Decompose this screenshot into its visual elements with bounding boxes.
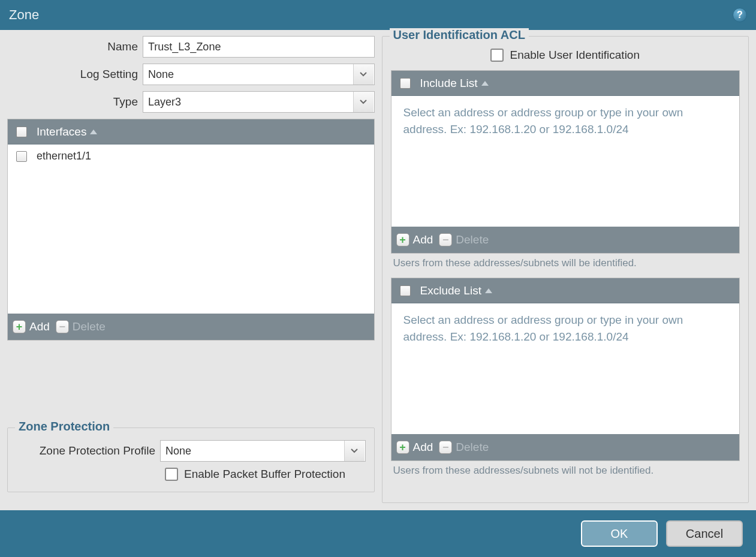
chevron-down-icon <box>353 92 374 112</box>
zone-protection-profile-select[interactable]: None <box>160 440 366 462</box>
enable-pbp-checkbox[interactable] <box>165 468 178 481</box>
left-column: Name Log Setting None Type Layer3 <box>7 36 375 510</box>
enable-pbp-label: Enable Packet Buffer Protection <box>184 468 345 481</box>
plus-icon <box>13 320 26 333</box>
exclude-selectall-checkbox[interactable] <box>400 285 411 296</box>
minus-icon <box>56 320 69 333</box>
button-bar: OK Cancel <box>0 510 756 557</box>
log-setting-row: Log Setting None <box>7 64 375 85</box>
dialog-title: Zone <box>9 7 39 23</box>
help-icon[interactable]: ? <box>733 8 747 22</box>
name-label: Name <box>7 40 138 53</box>
enable-user-id-row: Enable User Identification <box>391 49 740 62</box>
cancel-button[interactable]: Cancel <box>666 520 743 547</box>
include-add-button[interactable]: Add <box>396 233 433 246</box>
sort-up-icon <box>481 81 489 86</box>
minus-icon <box>439 233 452 246</box>
type-select[interactable]: Layer3 <box>143 91 375 113</box>
enable-pbp-row: Enable Packet Buffer Protection <box>165 468 366 481</box>
table-row[interactable]: ethernet1/1 <box>8 144 374 168</box>
type-row: Type Layer3 <box>7 91 375 113</box>
log-setting-value: None <box>148 68 174 81</box>
exclude-add-button[interactable]: Add <box>396 441 433 454</box>
titlebar: Zone ? <box>0 0 756 30</box>
zone-protection-profile-label: Zone Protection Profile <box>16 444 155 457</box>
interfaces-header-label: Interfaces <box>37 125 86 139</box>
interfaces-add-button[interactable]: Add <box>13 320 50 333</box>
exclude-placeholder: Select an address or address group or ty… <box>391 303 740 353</box>
include-list-header[interactable]: Include List <box>391 71 740 96</box>
enable-user-id-label: Enable User Identification <box>510 49 640 62</box>
exclude-list-header-label: Exclude List <box>420 284 481 297</box>
dialog-content: Name Log Setting None Type Layer3 <box>0 30 756 510</box>
include-list-footer: Add Delete <box>391 227 740 253</box>
user-id-acl-fieldset: User Identification ACL Enable User Iden… <box>382 36 749 503</box>
name-row: Name <box>7 36 375 58</box>
zone-protection-profile-row: Zone Protection Profile None <box>16 440 366 462</box>
exclude-list-grid: Exclude List Select an address or addres… <box>391 278 740 461</box>
interfaces-body: ethernet1/1 <box>8 144 374 314</box>
exclude-list-header[interactable]: Exclude List <box>391 278 740 303</box>
interfaces-header[interactable]: Interfaces <box>8 119 374 144</box>
exclude-list-body: Select an address or address group or ty… <box>391 303 740 434</box>
plus-icon <box>396 233 409 246</box>
include-selectall-checkbox[interactable] <box>400 78 411 89</box>
sort-up-icon <box>485 288 492 293</box>
ok-button[interactable]: OK <box>581 520 658 547</box>
zone-protection-fieldset: Zone Protection Zone Protection Profile … <box>7 427 375 492</box>
log-setting-select[interactable]: None <box>143 64 375 85</box>
include-delete-button[interactable]: Delete <box>439 233 489 246</box>
include-list-header-label: Include List <box>420 77 478 90</box>
interface-name: ethernet1/1 <box>35 150 91 162</box>
zone-dialog: Zone ? Name Log Setting None Type <box>0 0 756 557</box>
zone-protection-profile-value: None <box>165 445 191 457</box>
exclude-hint: Users from these addresses/subnets will … <box>393 465 740 477</box>
chevron-down-icon <box>344 441 365 461</box>
exclude-delete-button[interactable]: Delete <box>439 441 489 454</box>
row-checkbox[interactable] <box>16 151 27 162</box>
log-setting-label: Log Setting <box>7 68 138 81</box>
zone-protection-legend: Zone Protection <box>15 420 113 433</box>
name-input[interactable] <box>143 36 375 58</box>
interfaces-grid: Interfaces ethernet1/1 Add Delete <box>7 119 375 341</box>
enable-user-id-checkbox[interactable] <box>490 49 504 62</box>
right-column: User Identification ACL Enable User Iden… <box>382 36 749 510</box>
interfaces-selectall-checkbox[interactable] <box>16 127 27 137</box>
include-hint: Users from these addresses/subnets will … <box>393 257 740 269</box>
exclude-list-footer: Add Delete <box>391 434 740 460</box>
include-list-body: Select an address or address group or ty… <box>391 96 740 227</box>
sort-up-icon <box>90 130 97 134</box>
interfaces-footer: Add Delete <box>8 314 374 340</box>
include-list-grid: Include List Select an address or addres… <box>391 70 740 254</box>
chevron-down-icon <box>353 64 374 85</box>
interfaces-delete-button[interactable]: Delete <box>56 320 106 333</box>
user-id-acl-legend: User Identification ACL <box>390 28 529 42</box>
minus-icon <box>439 441 452 454</box>
plus-icon <box>396 441 409 454</box>
include-placeholder: Select an address or address group or ty… <box>391 96 740 146</box>
type-label: Type <box>7 95 138 109</box>
type-value: Layer3 <box>148 96 181 109</box>
